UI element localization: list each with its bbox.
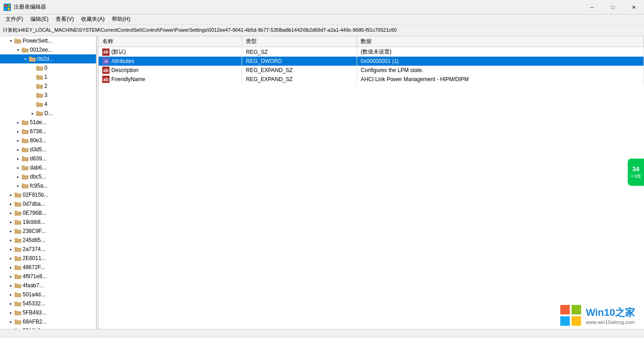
tree-item-545332[interactable]: ▸ 545332... [0,299,96,308]
tree-item-2E6011[interactable]: ▸ 2E6011... [0,254,96,263]
window-controls: ─ □ ✕ [582,0,644,14]
tree-item-238C9F[interactable]: ▸ 238C9F... [0,227,96,236]
cell-type: REG_EXPAND_SZ [242,75,357,84]
tree-item-68AFB2[interactable]: ▸ 68AFB2... [0,317,96,326]
menu-favorites[interactable]: 收藏夹(A) [77,14,108,24]
tree-expander-icon: ▸ [7,273,14,280]
tree-item-4[interactable]: 4 [0,100,96,109]
menu-view[interactable]: 查看(V) [52,14,77,24]
cell-type: REG_SZ [242,47,357,57]
tree-scroll[interactable]: ▾ PowerSett...▾ 0012ee...▾ 0b2d... 0 1 [0,36,96,329]
svg-rect-134 [14,328,17,329]
tree-item-02F815b[interactable]: ▸ 02F815b... [0,190,96,199]
tree-item-48672F[interactable]: ▸ 48672F... [0,263,96,272]
tree-expander-icon: ▸ [29,110,36,117]
folder-icon [22,128,29,135]
svg-rect-59 [22,157,29,161]
table-row[interactable]: abFriendlyNameREG_EXPAND_SZAHCI Link Pow… [99,75,644,84]
tree-expander-icon: ▸ [14,182,22,189]
svg-rect-31 [36,94,43,98]
tree-expander-icon: ▸ [7,282,14,289]
tree-item-5FB493[interactable]: ▸ 5FB493... [0,308,96,317]
ab-icon: ab [102,48,110,56]
svg-rect-138 [560,316,570,326]
tree-item-fc95a[interactable]: ▸ fc95a... [0,181,96,190]
tree-item-51de[interactable]: ▸ 51de... [0,118,96,127]
table-row[interactable]: abDescriptionREG_EXPAND_SZConfigures the… [99,66,644,75]
folder-icon [22,119,29,126]
tree-item-dab6[interactable]: ▸ dab6... [0,163,96,172]
svg-rect-19 [36,67,43,71]
tree-item-dbc5[interactable]: ▸ dbc5... [0,172,96,181]
tree-item-6738[interactable]: ▸ 6738... [0,127,96,136]
folder-icon [36,92,43,98]
minimize-button[interactable]: ─ [582,0,602,14]
tree-item-1[interactable]: 1 [0,72,96,82]
svg-rect-137 [572,305,581,314]
col-data[interactable]: 数据 [357,36,644,47]
float-number: 34 [632,165,639,173]
cell-name: ≠≠Attributes [99,57,242,66]
tree-item-4faab7[interactable]: ▸ 4faab7... [0,281,96,290]
menu-help[interactable]: 帮助(H) [108,14,134,24]
tree-item-D[interactable]: ▸ D... [0,109,96,118]
svg-rect-99 [14,248,21,252]
status-bar [0,329,644,338]
table-scroll[interactable]: 名称 类型 数据 ab(默认)REG_SZ(数值未设置)≠≠Attributes… [99,36,644,329]
tree-item-3[interactable]: 3 [0,91,96,100]
close-button[interactable]: ✕ [623,0,644,14]
tree-item-4f971e8[interactable]: ▸ 4f971e8... [0,272,96,281]
col-type[interactable]: 类型 [242,36,357,47]
tree-item-501a4d[interactable]: ▸ 501a4d... [0,290,96,299]
cell-name: abFriendlyName [99,75,242,84]
tree-item-0b2d[interactable]: ▾ 0b2d... [0,54,96,63]
cell-data: 0x00000001 (1) [357,57,644,66]
svg-rect-55 [22,148,29,152]
tree-item-d639[interactable]: ▸ d639... [0,154,96,163]
table-row[interactable]: ab(默认)REG_SZ(数值未设置) [99,47,644,57]
folder-icon [14,201,22,207]
folder-icon [22,174,29,180]
tree-label: 0d7dba... [23,201,45,207]
tree-item-245d85[interactable]: ▸ 245d85... [0,236,96,245]
cell-name-text: Description [111,67,138,73]
tree-label: 4f971e8... [23,273,47,280]
tree-label: 501a4d... [23,291,45,298]
svg-rect-23 [36,76,43,80]
tree-item-0012ee[interactable]: ▾ 0012ee... [0,45,96,54]
svg-rect-75 [14,193,21,198]
tree-expander-icon: ▸ [7,209,14,217]
folder-icon [14,246,22,252]
tree-item-d3d5[interactable]: ▸ d3d5... [0,145,96,154]
tree-expander-icon: ▸ [7,200,14,208]
col-name[interactable]: 名称 [99,36,242,47]
tree-expander-icon: ▸ [14,155,22,162]
float-sub: + 2元 [631,174,641,179]
tree-item-19cbb8[interactable]: ▸ 19cbb8... [0,217,96,227]
folder-icon [22,146,29,153]
tree-label: 545332... [23,300,45,307]
tree-expander-icon: ▸ [7,318,14,325]
float-button[interactable]: 34 + 2元 [628,159,644,186]
tree-label: 0E796B... [23,210,47,216]
tree-item-80e3[interactable]: ▸ 80e3... [0,136,96,145]
folder-icon [36,83,43,89]
folder-icon [36,101,43,107]
menu-edit[interactable]: 编辑(E) [27,14,52,24]
maximize-button[interactable]: □ [602,0,623,14]
svg-rect-91 [14,230,21,234]
svg-rect-7 [14,39,21,43]
tree-expander-icon: ▸ [7,246,14,253]
folder-icon [36,74,43,80]
tree-item-powersett[interactable]: ▾ PowerSett... [0,36,96,45]
menu-file[interactable]: 文件(F) [2,14,27,24]
tree-item-0E796B[interactable]: ▸ 0E796B... [0,208,96,217]
tree-item-0[interactable]: 0 [0,63,96,72]
tree-item-2[interactable]: 2 [0,82,96,91]
folder-icon [36,110,43,116]
tree-item-0d7dba[interactable]: ▸ 0d7dba... [0,199,96,208]
tree-item-7516b9[interactable]: ▸ 7516b9... [0,326,96,329]
table-row[interactable]: ≠≠AttributesREG_DWORD0x00000001 (1) [99,57,644,66]
tree-item-2a7374[interactable]: ▸ 2a7374... [0,245,96,254]
svg-rect-63 [22,166,29,170]
